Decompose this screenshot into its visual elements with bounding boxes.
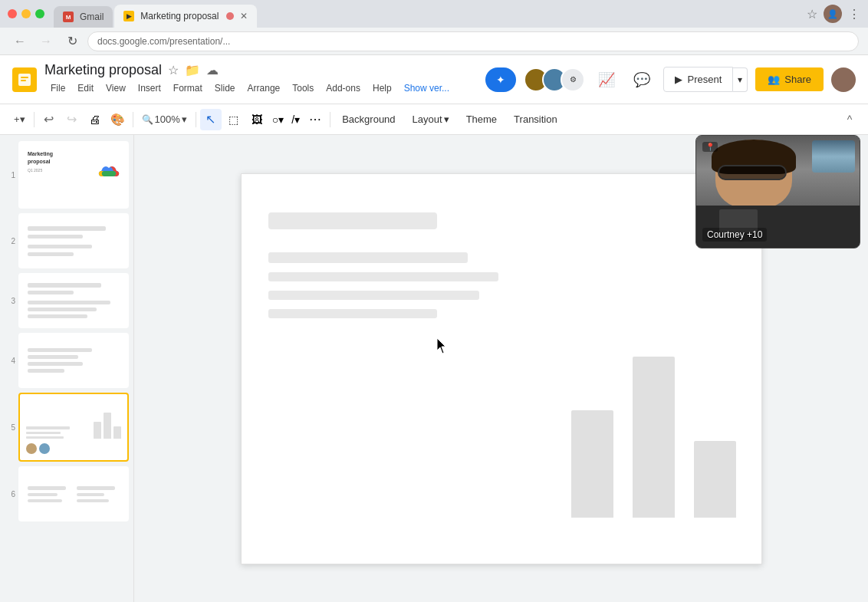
collapse-button[interactable]: ^ <box>840 110 859 129</box>
slide-row-6: 6 <box>5 466 129 521</box>
canvas-left <box>242 174 547 564</box>
slide-row-3: 3 <box>5 273 129 328</box>
print-button[interactable]: 🖨 <box>84 109 106 130</box>
toolbar-collapse: ^ <box>840 110 859 129</box>
chart-bar-1 <box>571 410 613 518</box>
traffic-light-red[interactable] <box>8 9 17 18</box>
slide-6-col-1 <box>28 475 71 512</box>
chart-bar-2 <box>633 357 675 518</box>
slide-number-1: 1 <box>5 171 15 179</box>
menu-edit[interactable]: Edit <box>71 80 100 97</box>
slide-2-line-4 <box>28 252 74 256</box>
menu-showver[interactable]: Show ver... <box>398 80 455 97</box>
tab-close-icon[interactable]: ✕ <box>240 11 248 21</box>
line-button[interactable]: /▾ <box>288 109 303 130</box>
slide-thumb-4[interactable] <box>18 333 129 388</box>
slide-thumb-5[interactable] <box>18 393 129 462</box>
slide-2-line-1 <box>28 226 106 231</box>
slide-thumb-6[interactable] <box>18 466 129 521</box>
present-button[interactable]: ▶ Present <box>663 67 733 92</box>
menu-view[interactable]: View <box>100 80 132 97</box>
transition-button[interactable]: Transition <box>506 109 565 130</box>
user-avatar-header[interactable] <box>831 67 856 92</box>
menu-slide[interactable]: Slide <box>209 80 242 97</box>
menu-addons[interactable]: Add-ons <box>320 80 367 97</box>
svg-rect-1 <box>21 77 28 78</box>
menu-icon[interactable]: ⋮ <box>848 7 860 21</box>
tab-gmail[interactable]: M Gmail <box>54 6 113 28</box>
redo-button[interactable]: ↪ <box>61 109 83 130</box>
shapes-button[interactable]: ○▾ <box>269 109 287 130</box>
app-title-section: Marketing proposal ☆ 📁 ☁ File Edit View … <box>44 62 455 97</box>
tab-favicon-gmail: M <box>63 12 74 22</box>
star-icon[interactable]: ☆ <box>168 63 179 77</box>
slide-3-line-2 <box>28 291 74 294</box>
canvas-title-placeholder <box>268 212 437 229</box>
background-button[interactable]: Background <box>334 109 403 130</box>
present-dropdown-button[interactable]: ▾ <box>733 67 748 92</box>
canvas-line-3 <box>268 291 479 300</box>
video-overlay: Courtney +10 📍 <box>695 135 860 248</box>
tab-slides[interactable]: ▶ Marketing proposal ✕ <box>114 5 257 28</box>
slide-thumb-3[interactable] <box>18 273 129 328</box>
video-thumb-person <box>812 140 855 173</box>
add-button[interactable]: +▾ <box>9 109 30 130</box>
theme-button[interactable]: Theme <box>459 109 505 130</box>
slide-3-line-5 <box>28 314 87 318</box>
avatar-group: ⚙ <box>524 67 585 92</box>
menu-insert[interactable]: Insert <box>132 80 167 97</box>
share-label: Share <box>784 74 811 85</box>
layout-button[interactable]: Layout ▾ <box>405 109 457 130</box>
slide-thumb-1[interactable]: Marketingproposal Q1 2025 <box>18 141 129 209</box>
slide-number-4: 4 <box>5 357 15 365</box>
tab-label-slides: Marketing proposal <box>140 11 219 21</box>
slide-4-line-4 <box>28 369 64 373</box>
video-pin-icon: 📍 <box>702 142 718 152</box>
traffic-light-green[interactable] <box>35 9 44 18</box>
traffic-light-yellow[interactable] <box>21 9 31 18</box>
profile-avatar[interactable]: 👤 <box>824 5 842 23</box>
more-tools-button[interactable]: ⋯ <box>304 109 326 130</box>
background-label: Background <box>342 113 395 125</box>
undo-button[interactable]: ↩ <box>38 109 60 130</box>
analytics-icon-button[interactable]: 📈 <box>593 66 620 94</box>
text-box-button[interactable]: ⬚ <box>223 109 245 130</box>
browser-chrome: M Gmail ▶ Marketing proposal ✕ ☆ 👤 ⋮ <box>0 0 868 28</box>
menu-file[interactable]: File <box>44 80 71 97</box>
bookmark-icon[interactable]: ☆ <box>807 7 817 21</box>
select-tool-button[interactable]: ↖ <box>200 109 222 130</box>
slide-6-col-2 <box>77 475 120 512</box>
header-right: ✦ ⚙ 📈 💬 ▶ Present ▾ 👥 Share <box>485 66 856 94</box>
video-thumbnail[interactable] <box>812 140 855 173</box>
menu-format[interactable]: Format <box>167 80 209 97</box>
canvas-line-2 <box>268 272 498 281</box>
comment-icon-button[interactable]: 💬 <box>628 66 656 94</box>
ai-button[interactable]: ✦ <box>485 67 516 92</box>
toolbar-sep-1 <box>34 112 35 127</box>
folder-icon[interactable]: 📁 <box>185 63 200 77</box>
svg-rect-2 <box>21 80 26 81</box>
slide-5-left <box>26 426 89 439</box>
browser-tabs: M Gmail ▶ Marketing proposal ✕ <box>54 0 257 28</box>
avatar-more[interactable]: ⚙ <box>561 67 585 92</box>
slide-row-1: 1 Marketingproposal Q1 2025 <box>5 141 129 209</box>
slide-5-avatars <box>26 443 121 454</box>
back-button[interactable]: ← <box>9 31 31 52</box>
share-button[interactable]: 👥 Share <box>755 67 824 91</box>
menu-arrange[interactable]: Arrange <box>242 80 287 97</box>
slide-thumb-2[interactable] <box>18 213 129 268</box>
slide-3-line-3 <box>28 301 110 304</box>
address-bar[interactable]: docs.google.com/presentation/... <box>87 31 859 51</box>
zoom-button[interactable]: 🔍 100% ▾ <box>137 109 192 130</box>
slide-canvas[interactable] <box>241 173 762 564</box>
slide-number-3: 3 <box>5 297 15 305</box>
toolbar: +▾ ↩ ↪ 🖨 🎨 🔍 100% ▾ ↖ ⬚ 🖼 ○▾ /▾ ⋯ Backgr… <box>0 104 868 135</box>
canvas-line-1 <box>268 252 468 263</box>
paint-button[interactable]: 🎨 <box>107 109 129 130</box>
image-tool-button[interactable]: 🖼 <box>246 109 268 130</box>
refresh-button[interactable]: ↻ <box>61 31 83 52</box>
forward-button[interactable]: → <box>35 31 57 52</box>
menu-help[interactable]: Help <box>367 80 398 97</box>
menu-tools[interactable]: Tools <box>286 80 320 97</box>
cloud-icon[interactable]: ☁ <box>206 63 219 77</box>
